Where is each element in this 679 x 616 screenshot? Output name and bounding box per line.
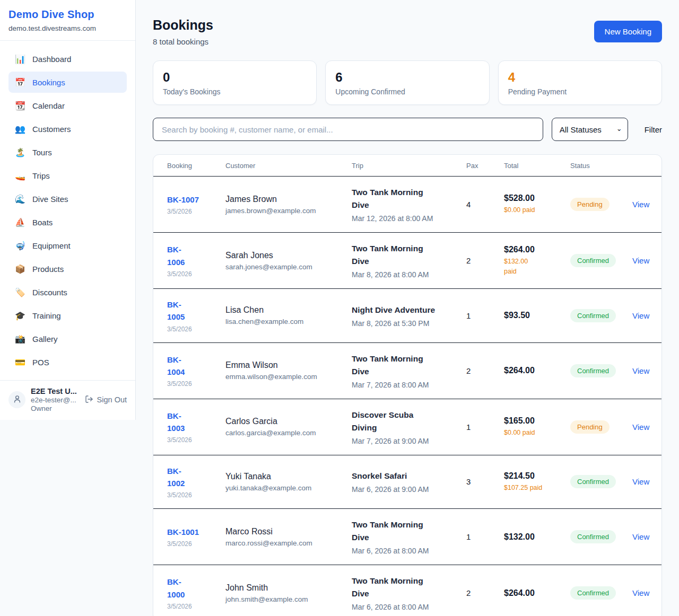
view-link[interactable]: View: [632, 200, 653, 209]
booking-link[interactable]: BK-1001: [167, 526, 225, 538]
stat-card: 4 Pending Payment: [498, 60, 662, 105]
view-link[interactable]: View: [632, 532, 653, 541]
sidebar-item-dashboard[interactable]: 📊 Dashboard: [8, 48, 127, 69]
sidebar-item-label: Dashboard: [32, 55, 71, 64]
calendar-icon: 📆: [15, 101, 25, 111]
pax-value: 2: [466, 256, 504, 265]
sidebar-item-label: Discounts: [32, 288, 67, 297]
booking-date: 3/5/2026: [167, 603, 225, 610]
total-amount: $165.00: [504, 416, 570, 426]
status-filter-select[interactable]: All Statuses: [552, 118, 628, 141]
sidebar-item-gallery[interactable]: 📸 Gallery: [8, 328, 127, 349]
stat-value: 6: [335, 70, 479, 85]
customer-name: Emma Wilson: [225, 360, 352, 370]
booking-date: 3/5/2026: [167, 540, 225, 548]
view-link[interactable]: View: [632, 311, 653, 320]
column-header-status: Status: [570, 162, 632, 170]
booking-date: 3/5/2026: [167, 491, 225, 499]
customer-name: John Smith: [225, 583, 352, 593]
sidebar-item-boats[interactable]: ⛵ Boats: [8, 212, 127, 233]
sign-out-icon: [85, 395, 93, 405]
trip-name: Night Dive Adventure: [352, 304, 438, 316]
total-amount: $264.00: [504, 245, 570, 254]
customer-email: emma.wilson@example.com: [225, 373, 352, 381]
sidebar-item-calendar[interactable]: 📆 Calendar: [8, 95, 127, 116]
column-header-customer: Customer: [225, 162, 352, 170]
booking-link[interactable]: BK-1007: [167, 193, 225, 206]
table-row: BK-1003 3/5/2026 Carlos Garcia carlos.ga…: [153, 399, 661, 455]
booking-link[interactable]: BK-1006: [167, 243, 225, 268]
paid-amount: $0.00 paid: [504, 205, 570, 215]
sidebar-item-products[interactable]: 📦 Products: [8, 258, 127, 279]
sidebar-item-trips[interactable]: 🚤 Trips: [8, 165, 127, 186]
bookings-icon: 📅: [15, 77, 25, 87]
sidebar-item-label: Trips: [32, 171, 50, 180]
table-row: BK-1006 3/5/2026 Sarah Jones sarah.jones…: [153, 233, 661, 289]
stat-card: 6 Upcoming Confirmed: [325, 60, 489, 105]
customers-icon: 👥: [15, 124, 25, 134]
table-header-row: BookingCustomerTripPaxTotalStatus: [153, 155, 661, 177]
view-link[interactable]: View: [632, 256, 653, 265]
sign-out-button[interactable]: Sign Out: [85, 395, 127, 405]
table-row: BK-1004 3/5/2026 Emma Wilson emma.wilson…: [153, 343, 661, 399]
dive-sites-icon: 🌊: [15, 194, 25, 204]
sidebar-item-bookings[interactable]: 📅 Bookings: [8, 72, 127, 93]
pax-value: 2: [466, 366, 504, 375]
status-badge: Confirmed: [570, 309, 616, 322]
booking-link[interactable]: BK-1002: [167, 465, 225, 490]
search-input[interactable]: [153, 118, 543, 141]
trip-datetime: Mar 7, 2026 at 9:00 AM: [352, 437, 466, 445]
sidebar-item-training[interactable]: 🎓 Training: [8, 305, 127, 326]
trip-datetime: Mar 6, 2026 at 9:00 AM: [352, 485, 466, 494]
sidebar-item-customers[interactable]: 👥 Customers: [8, 118, 127, 139]
new-booking-button[interactable]: New Booking: [594, 21, 662, 42]
sign-out-label: Sign Out: [97, 395, 127, 404]
dashboard-icon: 📊: [15, 54, 25, 64]
training-icon: 🎓: [15, 311, 25, 321]
stats-cards: 0 Today's Bookings 6 Upcoming Confirmed …: [153, 60, 662, 105]
brand-block: Demo Dive Shop demo.test.divestreams.com: [0, 0, 135, 41]
trip-datetime: Mar 12, 2026 at 8:00 AM: [352, 214, 466, 223]
sidebar-item-pos[interactable]: 💳 POS: [8, 351, 127, 373]
stat-label: Pending Payment: [508, 87, 652, 96]
view-link[interactable]: View: [632, 366, 653, 375]
sidebar-item-discounts[interactable]: 🏷️ Discounts: [8, 281, 127, 303]
column-header-pax: Pax: [466, 162, 504, 170]
status-badge: Confirmed: [570, 254, 616, 267]
sidebar-item-label: Training: [32, 311, 61, 320]
trip-name: Two Tank Morning Dive: [352, 242, 438, 268]
table-row: BK-1002 3/5/2026 Yuki Tanaka yuki.tanaka…: [153, 455, 661, 509]
sidebar-item-label: Gallery: [32, 335, 58, 344]
sidebar-item-dive-sites[interactable]: 🌊 Dive Sites: [8, 188, 127, 209]
discounts-icon: 🏷️: [15, 287, 25, 297]
sidebar-item-label: POS: [32, 358, 49, 367]
page-title: Bookings: [153, 17, 213, 33]
sidebar-item-equipment[interactable]: 🤿 Equipment: [8, 235, 127, 256]
user-meta: E2E Test U... e2e-tester@... Owner: [31, 387, 80, 412]
sidebar-item-tours[interactable]: 🏝️ Tours: [8, 142, 127, 163]
status-badge: Confirmed: [570, 475, 616, 488]
booking-link[interactable]: BK-1003: [167, 410, 225, 435]
trip-datetime: Mar 7, 2026 at 8:00 AM: [352, 381, 466, 389]
total-amount: $264.00: [504, 588, 570, 598]
sidebar-nav: 📊 Dashboard 📅 Bookings 📆 Calendar 👥 Cust…: [0, 41, 135, 380]
booking-date: 3/5/2026: [167, 270, 225, 278]
view-link[interactable]: View: [632, 477, 653, 486]
tours-icon: 🏝️: [15, 147, 25, 157]
products-icon: 📦: [15, 264, 25, 274]
trip-name: Two Tank Morning Dive: [352, 186, 438, 212]
view-link[interactable]: View: [632, 588, 653, 597]
avatar: [8, 391, 25, 408]
equipment-icon: 🤿: [15, 241, 25, 251]
paid-amount: $107.25 paid: [504, 483, 570, 493]
booking-link[interactable]: BK-1005: [167, 298, 225, 323]
pax-value: 2: [466, 588, 504, 597]
booking-link[interactable]: BK-1004: [167, 354, 225, 379]
view-link[interactable]: View: [632, 423, 653, 432]
sidebar-item-label: Tours: [32, 148, 52, 157]
booking-date: 3/5/2026: [167, 325, 225, 333]
boats-icon: ⛵: [15, 217, 25, 227]
trip-name: Discover Scuba Diving: [352, 409, 438, 434]
customer-name: Sarah Jones: [225, 251, 352, 260]
booking-link[interactable]: BK-1000: [167, 576, 225, 601]
